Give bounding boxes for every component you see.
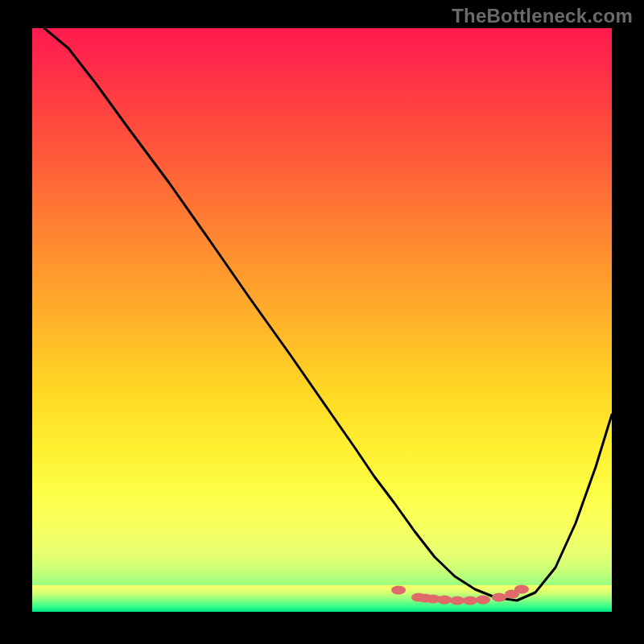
site-watermark: TheBottleneck.com xyxy=(452,5,633,27)
curve-marker xyxy=(514,585,529,594)
bottleneck-curve-svg xyxy=(32,28,612,612)
chart-frame: TheBottleneck.com xyxy=(0,0,644,644)
curve-marker xyxy=(437,596,452,605)
curve-marker xyxy=(391,586,406,595)
curve-marker xyxy=(450,597,464,605)
bottleneck-curve xyxy=(44,28,612,601)
plot-area xyxy=(32,28,612,612)
curve-marker xyxy=(476,596,490,605)
curve-marker xyxy=(463,597,477,605)
curve-marker xyxy=(492,593,506,602)
